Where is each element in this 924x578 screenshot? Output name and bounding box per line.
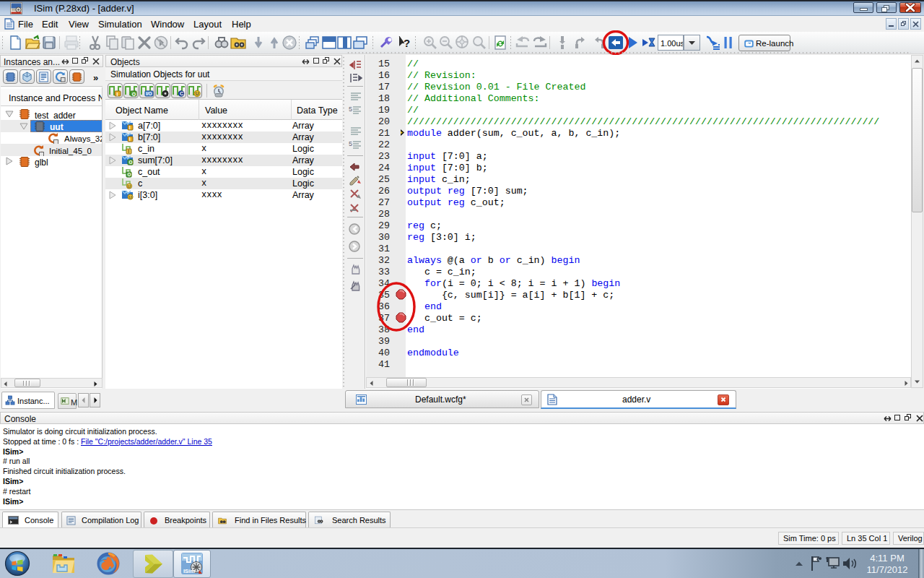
svg-text:O: O <box>127 172 131 177</box>
svg-text:U: U <box>128 194 132 199</box>
svg-text:U: U <box>128 184 131 189</box>
svg-text:C: C <box>180 91 183 96</box>
svg-text:I: I <box>116 92 118 97</box>
svg-text:ISim: ISim <box>183 568 195 574</box>
svg-text:5: 5 <box>349 140 352 147</box>
svg-text:I: I <box>129 125 131 130</box>
svg-text:I: I <box>128 149 129 154</box>
svg-text:I/O: I/O <box>146 91 152 96</box>
svg-text:O: O <box>132 92 136 97</box>
svg-text:5: 5 <box>349 105 352 113</box>
svg-text:?: ? <box>404 37 410 49</box>
svg-text:I: I <box>129 137 131 142</box>
svg-text:O: O <box>128 160 132 165</box>
svg-text:U: U <box>196 91 199 96</box>
